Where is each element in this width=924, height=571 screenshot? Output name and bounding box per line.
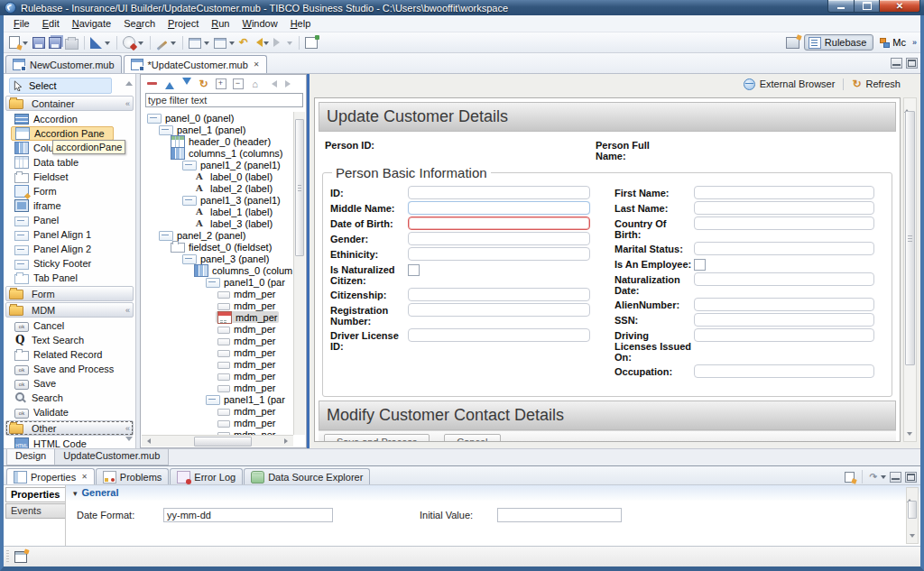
palette-item-iframe[interactable]: iframe	[4, 198, 135, 213]
run-button[interactable]	[122, 34, 145, 51]
external-browser-button[interactable]: External Browser	[760, 78, 836, 89]
outline-node-header_0-header[interactable]: header_0 (header)	[142, 135, 293, 147]
scroll-right-icon[interactable]	[284, 438, 291, 444]
external-tools-button[interactable]	[155, 35, 178, 50]
save-all-button[interactable]	[48, 35, 62, 51]
outline-node-panel_0-panel[interactable]: panel_0 (panel)	[142, 112, 293, 124]
view-tab-problems[interactable]: Problems	[96, 468, 169, 484]
outline-node-mdm_per[interactable]: mdm_per	[142, 382, 293, 393]
palette-item-sticky-footer[interactable]: Sticky Footer	[4, 256, 135, 271]
outline-node-mdm_per[interactable]: mdm_per	[142, 370, 293, 382]
outline-horizontal-scrollbar[interactable]	[142, 435, 293, 447]
palette-item-search[interactable]: Search	[4, 391, 135, 405]
checkbox-is-naturalized-citizen[interactable]	[408, 264, 420, 276]
outline-node-panel1_3-panel1[interactable]: panel1_3 (panel1)	[142, 194, 293, 206]
tree-forward-button[interactable]	[283, 78, 295, 89]
palette-item-panel-align-2[interactable]: Panel Align 2	[4, 242, 135, 256]
expand-all-button[interactable]: +	[215, 78, 226, 89]
palette-item-validate[interactable]: Validate	[4, 405, 135, 419]
outline-node-mdm_per[interactable]: mdm_per	[142, 417, 293, 428]
outline-node-panel1_2-panel1[interactable]: panel1_2 (panel1)	[142, 159, 293, 170]
checkbox-is-an-employee[interactable]	[694, 259, 706, 271]
palette-scroll-down-icon[interactable]	[125, 437, 133, 445]
link-with-editor-button[interactable]	[304, 35, 319, 51]
view-tab-data-source-explorer[interactable]: Data Source Explorer	[244, 468, 370, 484]
palette-section-mdm[interactable]: MDM«	[5, 302, 134, 318]
preview-vertical-scrollbar[interactable]	[903, 97, 917, 442]
button-cancel[interactable]: Cancel	[444, 434, 500, 443]
outline-node-mdm_per[interactable]: mdm_per	[142, 323, 293, 335]
text-input-citizenship[interactable]	[408, 288, 590, 301]
perspective-rulebase-button[interactable]: Rulebase	[804, 34, 873, 51]
outline-node-mdm_per[interactable]: mdm_per	[142, 299, 293, 311]
menu-navigate[interactable]: Navigate	[66, 16, 117, 31]
outline-node-mdm_per[interactable]: mdm_per	[142, 346, 293, 358]
outline-node-mdm_per[interactable]: mdm_per	[142, 405, 293, 417]
text-input-marital-status[interactable]	[694, 242, 874, 255]
collapse-all-button[interactable]: −	[232, 78, 244, 89]
palette-item-text-search[interactable]: Text Search	[4, 333, 135, 347]
menu-file[interactable]: File	[7, 16, 36, 31]
properties-vertical-scrollbar[interactable]	[906, 487, 919, 544]
view-menu-icon[interactable]	[881, 475, 886, 482]
maximize-view-icon[interactable]	[905, 472, 917, 483]
scroll-left-icon[interactable]	[144, 438, 151, 444]
text-input-driver-license-id[interactable]	[408, 328, 590, 342]
palette-item-html-code[interactable]: HTML Code	[4, 437, 135, 448]
outline-node-panel_2-panel[interactable]: panel_2 (panel)	[142, 229, 293, 241]
scrollbar-thumb[interactable]	[295, 119, 304, 256]
text-input-driving-licenses-issued-on[interactable]	[694, 328, 874, 342]
home-button[interactable]: ⌂	[249, 78, 261, 89]
outline-node-panel1_1-par[interactable]: panel1_1 (par	[142, 393, 293, 405]
text-input-naturalization-date[interactable]	[694, 272, 874, 286]
text-input-ethinicity[interactable]	[408, 247, 590, 261]
scrollbar-thumb[interactable]	[905, 111, 915, 365]
outline-node-columns_1-columns[interactable]: columns_1 (columns)	[142, 147, 293, 159]
text-input-last-name[interactable]	[694, 201, 874, 215]
remove-button[interactable]	[146, 78, 158, 89]
text-input-first-name[interactable]	[694, 186, 874, 199]
new-view-button[interactable]	[845, 472, 855, 483]
menu-project[interactable]: Project	[162, 16, 205, 31]
property-input-date-format[interactable]	[163, 508, 333, 522]
palette-section-other[interactable]: Other«	[5, 420, 134, 436]
new-button[interactable]	[8, 34, 30, 51]
maximize-button[interactable]	[855, 0, 879, 13]
text-input-date-of-birth[interactable]	[408, 216, 590, 230]
scrollbar-thumb[interactable]	[908, 501, 917, 519]
palette-section-container[interactable]: Container«	[5, 96, 134, 111]
property-input-initial-value[interactable]	[497, 508, 622, 522]
outline-node-panel_1-panel[interactable]: panel_1 (panel)	[142, 124, 293, 135]
outline-node-mdm_per[interactable]: mdm_per	[142, 335, 293, 346]
page-tab-design[interactable]: Design	[6, 449, 55, 465]
save-button[interactable]	[32, 35, 46, 51]
drag-handle[interactable]	[6, 550, 9, 563]
minimize-view-icon[interactable]	[891, 58, 902, 69]
scroll-down-icon[interactable]	[907, 432, 912, 438]
palette-item-form[interactable]: Form	[4, 184, 135, 198]
forward-button[interactable]	[273, 35, 294, 50]
minimize-view-icon[interactable]	[890, 472, 901, 483]
print-button[interactable]	[64, 34, 79, 51]
outline-node-label_0-label[interactable]: label_0 (label)	[142, 170, 293, 182]
pin-view-button[interactable]: ↷	[870, 471, 877, 484]
text-input-gender[interactable]	[408, 232, 590, 245]
text-input-ssn[interactable]	[694, 313, 874, 327]
text-input-country-of-birth[interactable]	[694, 216, 874, 230]
text-input-occupation[interactable]	[694, 364, 874, 378]
palette-item-accordion[interactable]: Accordion	[4, 112, 135, 126]
scrollbar-thumb[interactable]	[194, 437, 252, 447]
close-tab-icon[interactable]: ✕	[254, 60, 260, 69]
outline-vertical-scrollbar[interactable]	[293, 112, 305, 435]
close-button[interactable]: ✕	[879, 0, 920, 13]
text-input-aliennumber[interactable]	[694, 298, 874, 311]
outline-node-label_1-label[interactable]: label_1 (label)	[142, 206, 293, 217]
view-tab-error-log[interactable]: Error Log	[170, 468, 243, 484]
text-input-id[interactable]	[408, 186, 590, 199]
perspective-mc-button[interactable]: Mc	[879, 35, 907, 50]
outline-node-mdm_per[interactable]: mdm_per	[142, 358, 293, 370]
perspective-overflow-chevron[interactable]: »	[912, 38, 915, 47]
close-view-icon[interactable]: ✕	[81, 473, 88, 481]
menu-run[interactable]: Run	[205, 16, 236, 31]
menu-edit[interactable]: Edit	[36, 16, 66, 31]
